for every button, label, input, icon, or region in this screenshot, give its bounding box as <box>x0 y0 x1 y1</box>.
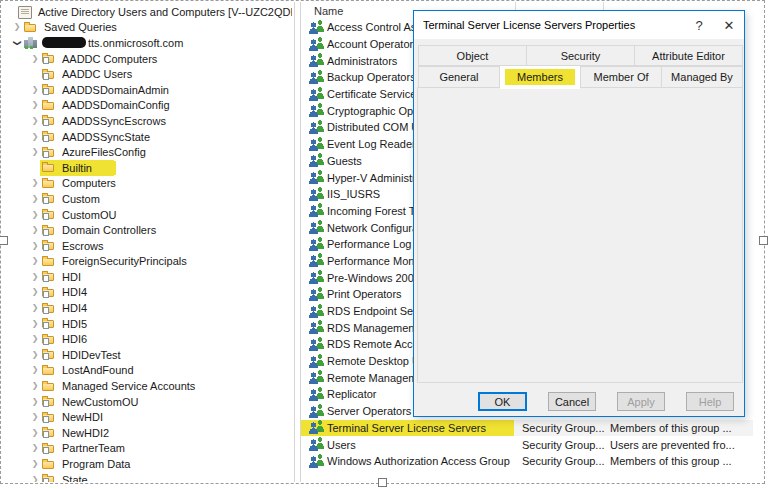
ou-badge-icon <box>43 291 49 298</box>
help-icon[interactable]: ? <box>684 11 714 39</box>
chevron-right-icon[interactable] <box>28 304 42 312</box>
tab[interactable]: Security <box>526 45 635 66</box>
help-button[interactable]: Help <box>686 392 734 411</box>
chevron-right-icon[interactable] <box>28 211 42 219</box>
tree-item[interactable]: AzureFilesConfig <box>2 144 292 160</box>
tree-item[interactable]: HDI4 <box>2 285 292 301</box>
list-row[interactable]: Terminal Server License Servers Security… <box>301 420 753 437</box>
cancel-button[interactable]: Cancel <box>548 392 596 411</box>
tab[interactable]: General <box>418 66 500 88</box>
security-group-icon <box>309 254 324 267</box>
chevron-right-icon[interactable] <box>28 335 42 343</box>
security-group-icon <box>309 54 324 67</box>
chevron-right-icon[interactable] <box>28 117 42 125</box>
tree-item[interactable]: NewCustomOU <box>2 394 292 410</box>
tree-item[interactable]: ForeignSecurityPrincipals <box>2 254 292 270</box>
chevron-right-icon[interactable] <box>28 55 42 63</box>
tab[interactable]: Members <box>499 65 581 89</box>
tree-item[interactable]: tts.onmicrosoft.com <box>2 35 292 51</box>
chevron-right-icon[interactable] <box>28 179 42 187</box>
console-tree: Active Directory Users and Computers [V-… <box>2 4 292 482</box>
tab[interactable]: Member Of <box>580 66 662 88</box>
chevron-right-icon[interactable] <box>28 195 42 203</box>
ou-icon <box>42 68 57 81</box>
tree-item[interactable]: HDI6 <box>2 331 292 347</box>
chevron-right-icon[interactable] <box>28 320 42 328</box>
tree-item[interactable]: Computers <box>2 176 292 192</box>
close-icon[interactable]: ✕ <box>714 11 744 39</box>
chevron-right-icon[interactable] <box>28 413 42 421</box>
tree-item[interactable]: Active Directory Users and Computers [V-… <box>2 4 292 20</box>
chevron-right-icon[interactable] <box>28 460 42 468</box>
tree-item[interactable]: Program Data <box>2 456 292 472</box>
tree-item[interactable]: HDIDevTest <box>2 347 292 363</box>
tree-item[interactable]: AADDSDomainConfig <box>2 98 292 114</box>
group-description: Members of this group ... <box>610 455 753 467</box>
list-row[interactable]: Windows Authorization Access Group Secur… <box>301 453 753 470</box>
ok-button[interactable]: OK <box>478 392 527 411</box>
chevron-right-icon[interactable] <box>28 101 42 109</box>
tree-item[interactable]: Domain Controllers <box>2 222 292 238</box>
tab[interactable]: Attribute Editor <box>634 45 743 66</box>
chevron-right-icon[interactable] <box>28 444 42 452</box>
chevron-right-icon[interactable] <box>10 23 24 31</box>
tab[interactable]: Managed By <box>661 66 743 88</box>
chevron-down-icon[interactable] <box>13 36 21 50</box>
tree-item[interactable]: HDI5 <box>2 316 292 332</box>
tree-item-label: HDIDevTest <box>60 349 123 361</box>
tree-item[interactable]: HDI <box>2 269 292 285</box>
ou-badge-icon <box>43 57 49 64</box>
security-group-icon <box>309 338 324 351</box>
tree-item[interactable]: Escrows <box>2 238 292 254</box>
chevron-right-icon[interactable] <box>28 366 42 374</box>
chevron-right-icon[interactable] <box>28 351 42 359</box>
tree-item[interactable]: Saved Queries <box>2 20 292 36</box>
tree-item[interactable]: Managed Service Accounts <box>2 378 292 394</box>
tree-item[interactable]: AADDSDomainAdmin <box>2 82 292 98</box>
chevron-right-icon[interactable] <box>28 429 42 437</box>
tab-row-back: ObjectSecurityAttribute Editor <box>418 45 742 66</box>
domain-icon <box>24 36 39 49</box>
tree-item[interactable]: CustomOU <box>2 207 292 223</box>
tree-item[interactable]: State <box>2 472 292 482</box>
resize-handle-left[interactable] <box>0 236 8 245</box>
chevron-right-icon[interactable] <box>28 398 42 406</box>
ou-icon <box>42 224 57 237</box>
tree-item[interactable]: PartnerTeam <box>2 441 292 457</box>
chevron-right-icon[interactable] <box>28 226 42 234</box>
chevron-right-icon[interactable] <box>28 86 42 94</box>
chevron-right-icon[interactable] <box>28 148 42 156</box>
tree-item[interactable]: Builtin <box>2 160 292 176</box>
chevron-right-icon[interactable] <box>28 382 42 390</box>
tree-item-label: State <box>60 474 90 482</box>
chevron-right-icon[interactable] <box>28 257 42 265</box>
tree-item[interactable]: AADDC Users <box>2 66 292 82</box>
dialog-titlebar[interactable]: Terminal Server License Servers Properti… <box>414 11 744 39</box>
tree-item-label: Computers <box>60 177 118 189</box>
folder-plain-icon <box>42 161 57 174</box>
tree-item-label: HDI <box>60 271 83 283</box>
name-column-header[interactable]: Name <box>314 5 343 17</box>
tab-page <box>417 87 743 383</box>
resize-handle-right[interactable] <box>759 236 768 245</box>
chevron-right-icon[interactable] <box>28 288 42 296</box>
resize-handle-bottom[interactable] <box>378 478 387 487</box>
chevron-right-icon[interactable] <box>28 242 42 250</box>
tree-item[interactable]: HDI4 <box>2 300 292 316</box>
chevron-right-icon[interactable] <box>28 133 42 141</box>
ou-badge-icon <box>43 213 49 220</box>
apply-button[interactable]: Apply <box>617 392 665 411</box>
ou-icon <box>42 52 57 65</box>
chevron-right-icon[interactable] <box>28 476 42 482</box>
tree-item[interactable]: AADDSSyncState <box>2 129 292 145</box>
pane-divider[interactable] <box>294 2 295 482</box>
tab[interactable]: Object <box>418 45 527 66</box>
tree-item[interactable]: NewHDI <box>2 409 292 425</box>
tree-item[interactable]: AADDC Computers <box>2 51 292 67</box>
tree-item[interactable]: AADDSSyncEscrows <box>2 113 292 129</box>
list-row[interactable]: Users Security Group... Users are preven… <box>301 436 753 453</box>
chevron-right-icon[interactable] <box>28 273 42 281</box>
tree-item[interactable]: Custom <box>2 191 292 207</box>
tree-item[interactable]: LostAndFound <box>2 363 292 379</box>
tree-item[interactable]: NewHDI2 <box>2 425 292 441</box>
